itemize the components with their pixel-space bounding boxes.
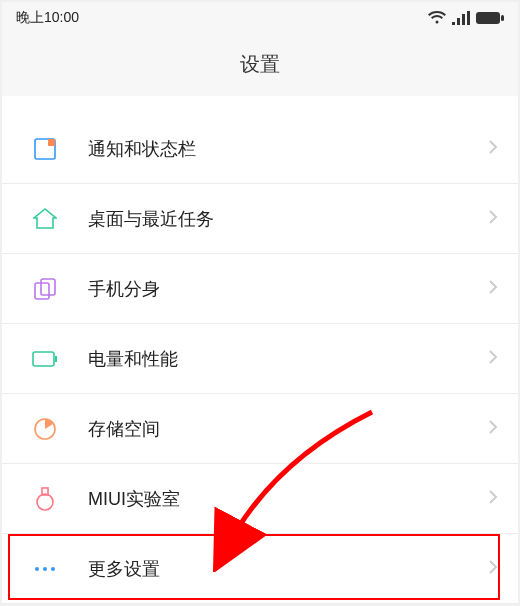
list-item-label: 电量和性能 [88, 347, 488, 371]
svg-rect-4 [35, 283, 49, 299]
list-item-label: 更多设置 [88, 557, 488, 581]
notification-icon [32, 136, 58, 162]
list-item-more-settings[interactable]: 更多设置 [2, 534, 518, 604]
home-icon [32, 206, 58, 232]
svg-point-13 [51, 567, 55, 571]
list-item-home[interactable]: 桌面与最近任务 [2, 184, 518, 254]
signal-icon [452, 11, 470, 25]
status-indicators [428, 11, 504, 25]
chevron-right-icon [488, 559, 498, 579]
svg-point-11 [35, 567, 39, 571]
chevron-right-icon [488, 209, 498, 229]
storage-icon [32, 416, 58, 442]
header: 设置 [2, 34, 518, 96]
list-item-storage[interactable]: 存储空间 [2, 394, 518, 464]
lab-icon [32, 486, 58, 512]
chevron-right-icon [488, 489, 498, 509]
page-title: 设置 [240, 51, 280, 78]
svg-rect-6 [33, 352, 54, 366]
chevron-right-icon [488, 139, 498, 159]
list-item-label: 桌面与最近任务 [88, 207, 488, 231]
chevron-right-icon [488, 279, 498, 299]
list-item-clone[interactable]: 手机分身 [2, 254, 518, 324]
more-icon [32, 556, 58, 582]
chevron-right-icon [488, 349, 498, 369]
svg-rect-0 [476, 12, 500, 24]
svg-rect-7 [55, 356, 57, 362]
status-bar: 晚上10:00 [2, 2, 518, 34]
svg-rect-1 [501, 15, 504, 21]
list-item-battery[interactable]: 电量和性能 [2, 324, 518, 394]
clone-icon [32, 276, 58, 302]
list-item-label: 通知和状态栏 [88, 137, 488, 161]
chevron-right-icon [488, 419, 498, 439]
svg-rect-5 [41, 279, 55, 295]
list-item-label: 手机分身 [88, 277, 488, 301]
battery-icon-status [476, 11, 504, 25]
wifi-icon [428, 11, 446, 25]
svg-point-12 [43, 567, 47, 571]
list-item-label: MIUI实验室 [88, 487, 488, 511]
list-item-label: 存储空间 [88, 417, 488, 441]
status-time: 晚上10:00 [16, 9, 79, 27]
list-item-notification[interactable]: 通知和状态栏 [2, 114, 518, 184]
svg-point-9 [37, 494, 53, 510]
list-item-lab[interactable]: MIUI实验室 [2, 464, 518, 534]
settings-list: 通知和状态栏 桌面与最近任务 手机分身 [2, 114, 518, 604]
svg-rect-3 [48, 139, 55, 146]
battery-perf-icon [32, 346, 58, 372]
